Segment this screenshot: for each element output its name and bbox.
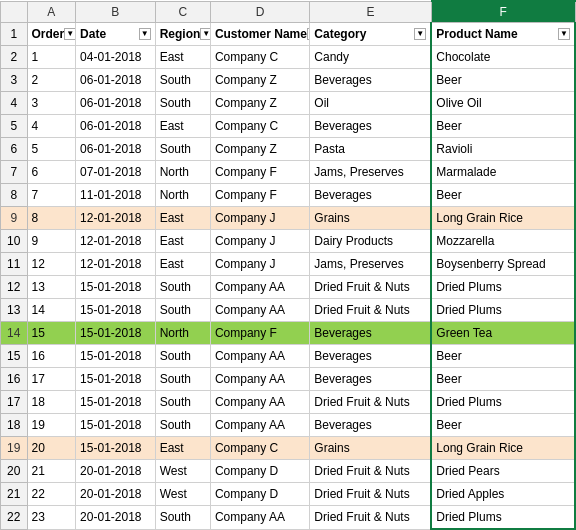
cell-b-18[interactable]: 15-01-2018	[76, 414, 156, 437]
cell-d-12[interactable]: Company AA	[210, 276, 309, 299]
cell-f-2[interactable]: Chocolate	[431, 46, 575, 69]
cell-b-16[interactable]: 15-01-2018	[76, 368, 156, 391]
col-letter-c[interactable]: C	[155, 1, 210, 23]
cell-e-15[interactable]: Beverages	[310, 345, 432, 368]
cell-d-4[interactable]: Company Z	[210, 92, 309, 115]
cell-e-22[interactable]: Dried Fruit & Nuts	[310, 506, 432, 530]
cell-b-3[interactable]: 06-01-2018	[76, 69, 156, 92]
cell-a-14[interactable]: 15	[27, 322, 76, 345]
cell-f-21[interactable]: Dried Apples	[431, 483, 575, 506]
cell-b-10[interactable]: 12-01-2018	[76, 230, 156, 253]
cell-c-9[interactable]: East	[155, 207, 210, 230]
cell-e-9[interactable]: Grains	[310, 207, 432, 230]
cell-b-19[interactable]: 15-01-2018	[76, 437, 156, 460]
cell-d-9[interactable]: Company J	[210, 207, 309, 230]
cell-d-8[interactable]: Company F	[210, 184, 309, 207]
cell-e-17[interactable]: Dried Fruit & Nuts	[310, 391, 432, 414]
cell-c-21[interactable]: West	[155, 483, 210, 506]
cell-c-11[interactable]: East	[155, 253, 210, 276]
cell-d-20[interactable]: Company D	[210, 460, 309, 483]
cell-e-10[interactable]: Dairy Products	[310, 230, 432, 253]
cell-e-12[interactable]: Dried Fruit & Nuts	[310, 276, 432, 299]
cell-f-11[interactable]: Boysenberry Spread	[431, 253, 575, 276]
cell-b-5[interactable]: 06-01-2018	[76, 115, 156, 138]
cell-a-7[interactable]: 6	[27, 161, 76, 184]
cell-b-2[interactable]: 04-01-2018	[76, 46, 156, 69]
cell-b-20[interactable]: 20-01-2018	[76, 460, 156, 483]
cell-b-22[interactable]: 20-01-2018	[76, 506, 156, 530]
cell-a-19[interactable]: 20	[27, 437, 76, 460]
cell-a-11[interactable]: 12	[27, 253, 76, 276]
cell-b-6[interactable]: 06-01-2018	[76, 138, 156, 161]
cell-e-4[interactable]: Oil	[310, 92, 432, 115]
col-letter-e[interactable]: E	[310, 1, 432, 23]
cell-f-7[interactable]: Marmalade	[431, 161, 575, 184]
cell-e-2[interactable]: Candy	[310, 46, 432, 69]
cell-f-18[interactable]: Beer	[431, 414, 575, 437]
cell-d-5[interactable]: Company C	[210, 115, 309, 138]
cell-d-2[interactable]: Company C	[210, 46, 309, 69]
cell-c-6[interactable]: South	[155, 138, 210, 161]
cell-b-15[interactable]: 15-01-2018	[76, 345, 156, 368]
cell-c-4[interactable]: South	[155, 92, 210, 115]
cell-a-20[interactable]: 21	[27, 460, 76, 483]
cell-f-17[interactable]: Dried Plums	[431, 391, 575, 414]
cell-b-14[interactable]: 15-01-2018	[76, 322, 156, 345]
cell-e-13[interactable]: Dried Fruit & Nuts	[310, 299, 432, 322]
cell-c-19[interactable]: East	[155, 437, 210, 460]
cell-a-5[interactable]: 4	[27, 115, 76, 138]
cell-b-11[interactable]: 12-01-2018	[76, 253, 156, 276]
cell-a-17[interactable]: 18	[27, 391, 76, 414]
cell-a-13[interactable]: 14	[27, 299, 76, 322]
cell-a-15[interactable]: 16	[27, 345, 76, 368]
cell-e-11[interactable]: Jams, Preserves	[310, 253, 432, 276]
cell-a-3[interactable]: 2	[27, 69, 76, 92]
cell-a-16[interactable]: 17	[27, 368, 76, 391]
cell-d-21[interactable]: Company D	[210, 483, 309, 506]
cell-d-3[interactable]: Company Z	[210, 69, 309, 92]
cell-c-7[interactable]: North	[155, 161, 210, 184]
cell-a-22[interactable]: 23	[27, 506, 76, 530]
cell-d-11[interactable]: Company J	[210, 253, 309, 276]
cell-f-9[interactable]: Long Grain Rice	[431, 207, 575, 230]
cell-a-21[interactable]: 22	[27, 483, 76, 506]
cell-a-10[interactable]: 9	[27, 230, 76, 253]
a-filter-button[interactable]: ▼	[64, 28, 75, 40]
cell-b-21[interactable]: 20-01-2018	[76, 483, 156, 506]
cell-c-14[interactable]: North	[155, 322, 210, 345]
cell-f-3[interactable]: Beer	[431, 69, 575, 92]
cell-b-9[interactable]: 12-01-2018	[76, 207, 156, 230]
cell-f-15[interactable]: Beer	[431, 345, 575, 368]
cell-e-7[interactable]: Jams, Preserves	[310, 161, 432, 184]
cell-c-15[interactable]: South	[155, 345, 210, 368]
cell-e-21[interactable]: Dried Fruit & Nuts	[310, 483, 432, 506]
cell-c-3[interactable]: South	[155, 69, 210, 92]
cell-b-4[interactable]: 06-01-2018	[76, 92, 156, 115]
cell-c-8[interactable]: North	[155, 184, 210, 207]
col-letter-d[interactable]: D	[210, 1, 309, 23]
e-filter-button[interactable]: ▼	[414, 28, 426, 40]
cell-a-2[interactable]: 1	[27, 46, 76, 69]
col-letter-f[interactable]: F	[431, 1, 575, 23]
cell-a-9[interactable]: 8	[27, 207, 76, 230]
cell-e-20[interactable]: Dried Fruit & Nuts	[310, 460, 432, 483]
cell-d-13[interactable]: Company AA	[210, 299, 309, 322]
cell-f-10[interactable]: Mozzarella	[431, 230, 575, 253]
cell-d-7[interactable]: Company F	[210, 161, 309, 184]
cell-d-17[interactable]: Company AA	[210, 391, 309, 414]
cell-f-22[interactable]: Dried Plums	[431, 506, 575, 530]
cell-c-12[interactable]: South	[155, 276, 210, 299]
cell-f-5[interactable]: Beer	[431, 115, 575, 138]
cell-b-12[interactable]: 15-01-2018	[76, 276, 156, 299]
cell-e-18[interactable]: Beverages	[310, 414, 432, 437]
cell-c-5[interactable]: East	[155, 115, 210, 138]
cell-b-7[interactable]: 07-01-2018	[76, 161, 156, 184]
cell-e-5[interactable]: Beverages	[310, 115, 432, 138]
cell-d-19[interactable]: Company C	[210, 437, 309, 460]
cell-c-22[interactable]: South	[155, 506, 210, 530]
cell-d-6[interactable]: Company Z	[210, 138, 309, 161]
cell-a-12[interactable]: 13	[27, 276, 76, 299]
cell-f-13[interactable]: Dried Plums	[431, 299, 575, 322]
cell-f-8[interactable]: Beer	[431, 184, 575, 207]
cell-b-8[interactable]: 11-01-2018	[76, 184, 156, 207]
